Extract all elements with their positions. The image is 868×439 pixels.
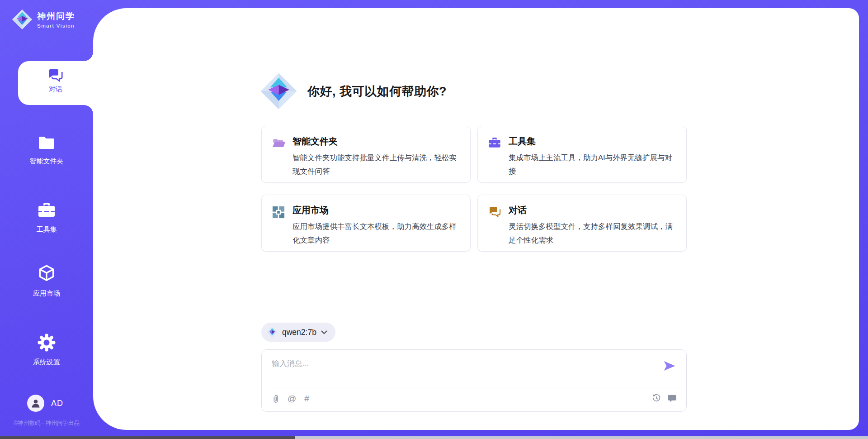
briefcase-icon: [0, 201, 93, 221]
greeting-block: 你好, 我可以如何帮助你?: [260, 72, 447, 110]
card-title: 工具集: [509, 135, 678, 148]
chat-bubble-icon[interactable]: [668, 394, 676, 402]
hashtag-icon[interactable]: #: [304, 394, 309, 404]
sidebar: 神州问学 Smart Vision 智能文件夹 工具集: [0, 0, 93, 439]
user-initials: AD: [51, 399, 63, 408]
card-title: 智能文件夹: [292, 135, 462, 148]
copyright-text: ©神州数码 · 神州问学出品: [0, 420, 93, 427]
open-folder-icon: [272, 137, 286, 182]
composer-divider: [268, 388, 680, 388]
attachment-icon[interactable]: [272, 394, 279, 404]
card-description: 集成市场上主流工具，助力AI与外界无缝扩展与对接: [509, 151, 678, 178]
chat-bubbles-icon: [488, 206, 502, 251]
card-description: 应用市场提供丰富长文本模板，助力高效生成多样化文章内容: [292, 220, 462, 247]
brand-subtitle: Smart Vision: [37, 23, 75, 29]
sidebar-item-label: 系统设置: [33, 358, 60, 366]
brand-name: 神州问学: [37, 10, 75, 22]
card-title: 应用市场: [292, 204, 462, 216]
folder-icon: [0, 134, 93, 153]
model-diamond-icon: [267, 327, 278, 338]
avatar: [27, 395, 44, 412]
greeting-text: 你好, 我可以如何帮助你?: [307, 83, 447, 100]
sidebar-item-toolset[interactable]: 工具集: [0, 201, 93, 234]
message-input[interactable]: [272, 357, 651, 371]
card-chat[interactable]: 对话 灵活切换多模型文件，支持多样回复效果调试，满足个性化需求: [477, 195, 687, 252]
sidebar-item-smart-folder[interactable]: 智能文件夹: [0, 134, 93, 166]
gear-icon: [0, 333, 93, 354]
feature-cards: 智能文件夹 智能文件夹功能支持批量文件上传与清洗，轻松实现文件问答 工具集 集成…: [261, 126, 687, 252]
card-description: 灵活切换多模型文件，支持多样回复效果调试，满足个性化需求: [509, 220, 678, 247]
send-icon: [663, 360, 676, 372]
briefcase-icon: [488, 137, 502, 182]
card-toolset[interactable]: 工具集 集成市场上主流工具，助力AI与外界无缝扩展与对接: [477, 126, 687, 183]
user-account[interactable]: AD: [27, 395, 63, 412]
assistant-diamond-icon: [260, 72, 297, 110]
pixel-grid-icon: [272, 206, 286, 251]
brand: 神州问学 Smart Vision: [12, 9, 75, 30]
model-name: qwen2:7b: [282, 328, 316, 337]
model-selector[interactable]: qwen2:7b: [261, 323, 335, 342]
sidebar-item-label: 工具集: [37, 225, 57, 233]
card-smart-folder[interactable]: 智能文件夹 智能文件夹功能支持批量文件上传与清洗，轻松实现文件问答: [261, 126, 471, 183]
card-description: 智能文件夹功能支持批量文件上传与清洗，轻松实现文件问答: [292, 151, 462, 178]
sidebar-item-settings[interactable]: 系统设置: [0, 333, 93, 367]
mention-icon[interactable]: @: [288, 394, 296, 404]
card-app-market[interactable]: 应用市场 应用市场提供丰富长文本模板，助力高效生成多样化文章内容: [261, 195, 471, 252]
sidebar-item-label: 智能文件夹: [30, 157, 64, 165]
cube-icon: [0, 264, 93, 285]
sidebar-item-app-market[interactable]: 应用市场: [0, 264, 93, 298]
chevron-down-icon: [321, 330, 327, 334]
history-icon[interactable]: [652, 394, 661, 403]
send-button[interactable]: [663, 360, 676, 372]
sidebar-item-label: 应用市场: [33, 289, 60, 297]
window-bottom-edge: [0, 436, 868, 439]
card-title: 对话: [509, 204, 678, 216]
message-composer: @ #: [261, 349, 687, 412]
brand-logo-diamond-icon: [12, 9, 33, 30]
